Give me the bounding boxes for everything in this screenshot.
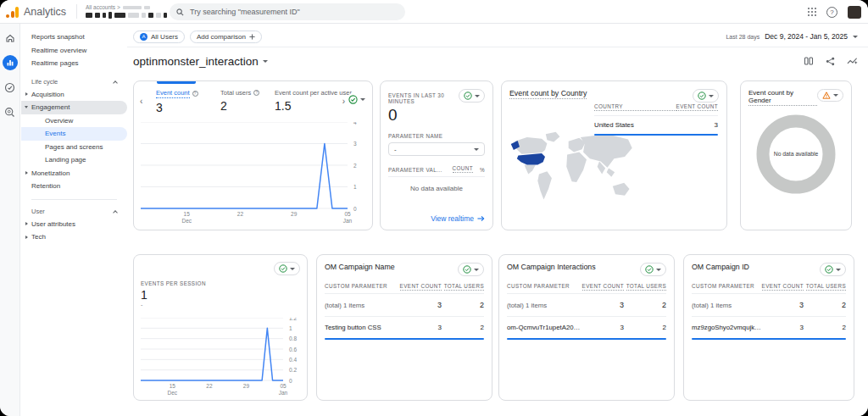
sidebar-item-realtime-pages[interactable]: Realtime pages — [21, 57, 127, 70]
event-count-by-country-card: Event count by Country — [501, 80, 727, 230]
search-input[interactable]: Try searching "measurement ID" — [170, 3, 405, 20]
view-realtime-link[interactable]: View realtime — [431, 214, 485, 223]
empty-state-text: No data available — [388, 185, 485, 192]
check-circle-icon — [645, 265, 654, 274]
sidebar-item-landing-page[interactable]: Landing page — [21, 153, 127, 167]
event-trend-card: ‹ Event count? 3 Total users? 2 Event co… — [133, 80, 373, 230]
sidebar-item-retention[interactable]: Retention — [21, 180, 127, 193]
warning-icon — [822, 92, 831, 99]
sidebar-item-events[interactable]: Events — [21, 127, 127, 141]
insights-icon[interactable] — [847, 56, 858, 66]
tab-event-count[interactable]: Event count? 3 — [156, 89, 210, 114]
sidebar-item-realtime-overview[interactable]: Realtime overview — [21, 44, 127, 58]
data-quality-chip[interactable] — [640, 263, 666, 276]
analytics-logo-icon[interactable] — [6, 6, 19, 18]
om-campaign-name-card: OM Campaign Name CUSTOM PARAMETER EVENT … — [316, 254, 492, 401]
chevron-down-icon — [474, 148, 479, 151]
sidebar-item-engagement[interactable]: Engagement — [21, 101, 127, 114]
chevron-down-icon — [360, 98, 365, 101]
expand-icon — [25, 236, 28, 239]
scroll-indicator — [692, 338, 846, 340]
sidebar-item-monetization[interactable]: Monetization — [21, 167, 127, 180]
expand-icon — [25, 171, 28, 175]
table-row[interactable]: mz9zgoShyo2vmqujku2b 3 2 — [692, 317, 846, 338]
chevron-down-icon — [656, 269, 661, 271]
sidebar-item-pages-and-screens[interactable]: Pages and screens — [21, 141, 127, 154]
explore-icon[interactable] — [3, 104, 18, 119]
svg-text:0: 0 — [353, 206, 357, 212]
data-quality-chip[interactable] — [693, 89, 719, 103]
svg-text:3: 3 — [353, 141, 357, 147]
col-country: COUNTRY — [594, 103, 676, 111]
total-label: (total) 1 items — [692, 302, 761, 309]
search-icon — [176, 8, 184, 16]
om-campaign-id-card: OM Campaign ID CUSTOM PARAMETER EVENT CO… — [683, 254, 854, 401]
page-title[interactable]: optinmonster_interaction — [133, 55, 259, 68]
all-users-chip[interactable]: A All Users — [133, 31, 185, 43]
data-warning-chip[interactable] — [817, 89, 843, 102]
eps-value: 1 — [141, 288, 300, 302]
card-title: OM Campaign ID — [692, 263, 749, 271]
data-quality-chip[interactable] — [274, 262, 300, 275]
compare-icon[interactable] — [804, 56, 814, 66]
svg-text:Jan: Jan — [279, 390, 288, 396]
check-circle-icon — [825, 265, 833, 274]
sidebar-item-tech[interactable]: Tech — [21, 230, 127, 244]
collapse-icon — [113, 210, 118, 215]
svg-text:15: 15 — [170, 383, 176, 389]
sidebar-item-acquisition[interactable]: Acquisition — [21, 88, 127, 102]
tab-total-users[interactable]: Total users? 2 — [220, 89, 264, 114]
data-quality-chip[interactable] — [347, 93, 367, 106]
advertising-icon[interactable] — [3, 80, 18, 95]
col-event-count: EVENT COUNT — [676, 103, 718, 111]
eps-heading: EVENTS PER SESSION — [141, 280, 300, 286]
sidebar-item-overview[interactable]: Overview — [21, 114, 127, 128]
add-comparison-button[interactable]: Add comparison — [190, 31, 262, 43]
col-total-users: TOTAL USERS — [806, 283, 846, 291]
col-event-count: EVENT COUNT — [582, 283, 624, 291]
info-icon: ? — [192, 91, 198, 97]
redacted-account-name — [123, 6, 150, 9]
parameter-value: mz9zgoShyo2vmqujku2b — [692, 324, 761, 331]
expand-icon — [25, 92, 28, 96]
home-icon[interactable] — [3, 31, 18, 46]
reports-icon[interactable] — [3, 55, 18, 70]
chevron-down-icon — [833, 94, 838, 97]
all-users-icon: A — [140, 33, 147, 41]
table-row[interactable]: om-QcmvuTr1upetA20Nq... 3 2 — [507, 317, 666, 338]
chevron-down-icon — [474, 269, 479, 271]
info-icon: ? — [253, 90, 259, 96]
chevron-down-icon — [290, 268, 295, 270]
metrics-scroll-right-icon[interactable]: › — [342, 97, 345, 106]
chevron-down-icon[interactable] — [263, 60, 268, 63]
selected-tab-indicator — [157, 81, 196, 84]
parameter-name-label: PARAMETER NAME — [388, 133, 485, 139]
redacted-property-name — [86, 12, 167, 19]
country-event-count: 3 — [715, 121, 718, 129]
data-quality-chip[interactable] — [820, 263, 846, 276]
help-icon[interactable]: ? — [826, 7, 837, 18]
data-quality-chip[interactable] — [459, 89, 485, 103]
chevron-down-icon — [475, 95, 480, 97]
sidebar-item-user-attributes[interactable]: User attributes — [21, 218, 127, 231]
apps-grid-icon[interactable] — [808, 8, 817, 17]
sidebar-item-reports-snapshot[interactable]: Reports snapshot — [21, 31, 127, 44]
sidebar-section-life-cycle[interactable]: Life cycle — [21, 76, 127, 88]
col-custom-parameter: CUSTOM PARAMETER — [507, 283, 581, 289]
date-range-picker[interactable]: Last 28 days Dec 9, 2024 - Jan 5, 2025 — [726, 32, 858, 41]
avatar[interactable] — [848, 6, 861, 19]
collapse-icon — [25, 106, 28, 108]
card-title: OM Campaign Interactions — [507, 263, 596, 271]
realtime-heading: EVENTS IN LAST 30 MINUTES — [388, 92, 459, 104]
parameter-value: Testing button CSS — [325, 324, 399, 331]
table-row[interactable]: United States 3 — [594, 116, 718, 134]
event-count-line-chart: 0123415Dec222905Jan — [141, 122, 366, 224]
sidebar-section-user[interactable]: User — [21, 206, 127, 218]
events-per-session-card: EVENTS PER SESSION 1 - 00.20.40.60.811.2… — [133, 254, 308, 401]
share-icon[interactable] — [826, 57, 835, 66]
account-switcher[interactable]: All accounts > — [76, 4, 167, 19]
table-row[interactable]: Testing button CSS 3 2 — [325, 317, 484, 338]
parameter-name-select[interactable]: - — [388, 142, 485, 156]
data-quality-chip[interactable] — [458, 263, 484, 276]
metrics-scroll-left-icon[interactable]: ‹ — [140, 97, 142, 106]
